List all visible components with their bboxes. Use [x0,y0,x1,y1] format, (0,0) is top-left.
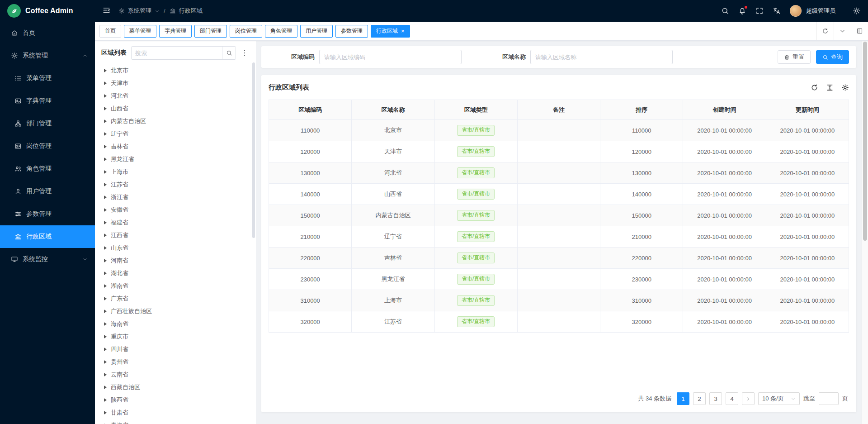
refresh-icon[interactable] [811,84,818,91]
tree-item[interactable]: 青海省 [101,419,251,424]
tab-options-chevron-icon[interactable] [834,22,851,40]
region-name-input[interactable] [530,50,673,64]
user-name[interactable]: 超级管理员 [806,7,835,15]
tree-item[interactable]: 陕西省 [101,394,251,406]
app-logo[interactable]: Coffee Admin [0,0,95,22]
caret-right-icon[interactable] [104,233,107,237]
window-scrollbar[interactable] [862,41,868,424]
sidebar-item-menu-management[interactable]: 菜单管理 [0,67,95,90]
tree-item[interactable]: 安徽省 [101,204,251,216]
caret-right-icon[interactable] [104,107,107,110]
table-column-header[interactable]: 备注 [517,100,600,120]
caret-right-icon[interactable] [104,94,107,98]
tree-item[interactable]: 江苏省 [101,178,251,191]
caret-right-icon[interactable] [104,183,107,186]
sidebar-item-post-management[interactable]: 岗位管理 [0,135,95,157]
tree-item[interactable]: 广西壮族自治区 [101,305,251,318]
caret-right-icon[interactable] [104,246,107,250]
caret-right-icon[interactable] [104,221,107,224]
table-row[interactable]: 110000 北京市 省市/直辖市 110000 2020-10-01 00:0… [269,120,849,141]
tree-item[interactable]: 西藏自治区 [101,381,251,394]
next-page-button[interactable] [742,392,755,405]
tab-role-management[interactable]: 角色管理 [265,25,297,38]
table-row[interactable]: 230000 黑龙江省 省市/直辖市 230000 2020-10-01 00:… [269,269,849,290]
tree-item[interactable]: 重庆市 [101,330,251,343]
caret-right-icon[interactable] [104,360,107,364]
tree-item[interactable]: 江西省 [101,229,251,242]
tree-item[interactable]: 河北省 [101,90,251,102]
tree-item[interactable]: 湖南省 [101,280,251,292]
search-icon[interactable] [721,7,729,15]
tree-item[interactable]: 辽宁省 [101,128,251,140]
tree-item[interactable]: 浙江省 [101,191,251,204]
tab-parameter-management[interactable]: 参数管理 [335,25,368,38]
tree-item[interactable]: 山西省 [101,102,251,115]
caret-right-icon[interactable] [104,373,107,376]
caret-right-icon[interactable] [104,170,107,174]
caret-right-icon[interactable] [104,284,107,288]
table-row[interactable]: 120000 天津市 省市/直辖市 120000 2020-10-01 00:0… [269,141,849,162]
caret-right-icon[interactable] [104,411,107,414]
fullscreen-icon[interactable] [755,7,764,15]
caret-right-icon[interactable] [104,259,107,262]
tree-item[interactable]: 山东省 [101,242,251,254]
sidebar-item-region[interactable]: 行政区域 [0,225,95,248]
reset-button[interactable]: 重置 [778,50,811,64]
sidebar-item-home[interactable]: 首页 [0,22,95,44]
table-row[interactable]: 210000 辽宁省 省市/直辖市 210000 2020-10-01 00:0… [269,226,849,248]
caret-right-icon[interactable] [104,145,107,148]
window-scrollbar-thumb[interactable] [863,42,867,241]
tree-item[interactable]: 河南省 [101,254,251,267]
sidebar-item-user-management[interactable]: 用户管理 [0,180,95,203]
table-row[interactable]: 150000 内蒙古自治区 省市/直辖市 150000 2020-10-01 0… [269,205,849,226]
layout-icon[interactable] [851,22,868,40]
page-button-1[interactable]: 1 [677,392,689,405]
settings-gear-icon[interactable] [853,7,861,15]
table-column-header[interactable]: 区域类型 [434,100,517,120]
sidebar-item-dictionary-management[interactable]: 字典管理 [0,90,95,112]
bell-icon[interactable] [738,7,746,15]
tree-item[interactable]: 内蒙古自治区 [101,115,251,128]
tab-menu-management[interactable]: 菜单管理 [124,25,156,38]
caret-right-icon[interactable] [104,81,107,85]
tree-item[interactable]: 甘肃省 [101,406,251,419]
sidebar-item-parameter-management[interactable]: 参数管理 [0,203,95,225]
caret-right-icon[interactable] [104,157,107,161]
caret-right-icon[interactable] [104,69,107,72]
page-size-select[interactable]: 10 条/页 [758,392,800,405]
tab-home[interactable]: 首页 [99,25,121,38]
region-code-input[interactable] [319,50,462,64]
table-row[interactable]: 320000 江苏省 省市/直辖市 320000 2020-10-01 00:0… [269,311,849,333]
tree-item[interactable]: 海南省 [101,318,251,330]
breadcrumb-section[interactable]: 系统管理 [128,7,151,15]
tab-close-icon[interactable] [401,28,405,34]
tree-more-options-icon[interactable] [241,49,249,57]
tree-item[interactable]: 四川省 [101,343,251,356]
row-height-icon[interactable] [826,84,834,91]
caret-right-icon[interactable] [104,208,107,212]
table-row[interactable]: 310000 上海市 省市/直辖市 310000 2020-10-01 00:0… [269,290,849,311]
tab-user-management[interactable]: 用户管理 [300,25,333,38]
column-settings-gear-icon[interactable] [841,84,849,91]
table-column-header[interactable]: 区域名称 [352,100,434,120]
table-column-header[interactable]: 创建时间 [683,100,766,120]
caret-right-icon[interactable] [104,132,107,136]
page-button-3[interactable]: 3 [709,392,722,405]
translate-icon[interactable] [773,7,781,15]
query-button[interactable]: 查询 [816,50,849,64]
menu-fold-icon[interactable] [102,6,112,16]
page-button-2[interactable]: 2 [693,392,706,405]
tree-item[interactable]: 广东省 [101,292,251,305]
sidebar-item-department-management[interactable]: 部门管理 [0,112,95,135]
table-row[interactable]: 130000 河北省 省市/直辖市 130000 2020-10-01 00:0… [269,162,849,184]
tree-search-input[interactable] [132,47,222,59]
caret-right-icon[interactable] [104,195,107,199]
tree-item[interactable]: 吉林省 [101,140,251,153]
table-column-header[interactable]: 区域编码 [269,100,352,120]
caret-right-icon[interactable] [104,310,107,313]
tree-item[interactable]: 福建省 [101,216,251,229]
table-row[interactable]: 220000 吉林省 省市/直辖市 220000 2020-10-01 00:0… [269,248,849,269]
sidebar-group-system-management[interactable]: 系统管理 [0,44,95,67]
tab-post-management[interactable]: 岗位管理 [230,25,262,38]
tree-search-button[interactable] [222,47,236,59]
